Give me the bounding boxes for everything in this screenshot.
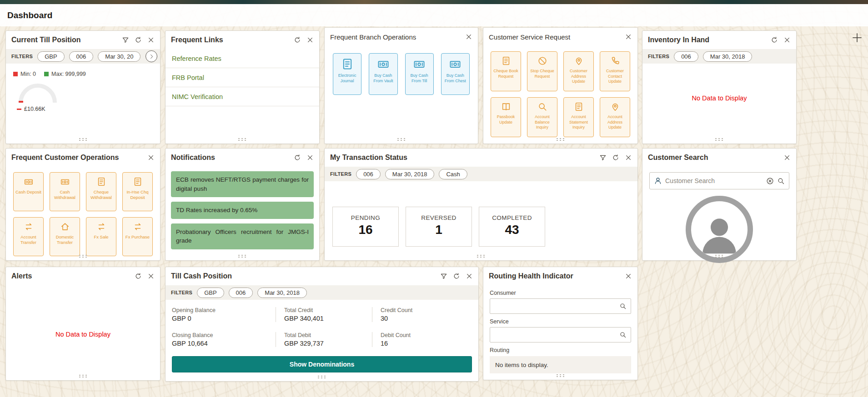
close-icon[interactable] — [625, 273, 632, 280]
max-color-swatch — [44, 72, 49, 76]
status-box-pending[interactable]: PENDING 16 — [332, 207, 399, 247]
gauge-min-tick — [19, 101, 23, 103]
search-icon[interactable] — [619, 303, 627, 310]
close-icon[interactable] — [466, 273, 473, 280]
tile-fx-purchase[interactable]: Fx Purchase — [122, 217, 153, 256]
drag-handle[interactable] — [78, 254, 88, 258]
metric-value: 30 — [381, 315, 472, 322]
drag-handle[interactable] — [237, 254, 247, 258]
status-label: PENDING — [333, 214, 398, 221]
notification-item[interactable]: Probationary Officers recruitment for JM… — [171, 223, 314, 249]
search-icon[interactable] — [777, 177, 785, 185]
tile-cash-withdrawal[interactable]: Cash Withdrawal — [50, 172, 80, 211]
notification-item[interactable]: ECB removes NEFT/RTGS payment charges fo… — [171, 171, 314, 197]
close-icon[interactable] — [147, 36, 155, 44]
filter-chip-currency[interactable]: GBP — [197, 288, 224, 298]
close-icon[interactable] — [147, 273, 155, 280]
link-frb-portal[interactable]: FRB Portal — [166, 68, 319, 87]
close-icon[interactable] — [306, 154, 314, 161]
filter-chip-branch[interactable]: 006 — [69, 51, 94, 62]
drag-handle[interactable] — [714, 138, 724, 141]
close-icon[interactable] — [465, 33, 472, 40]
drag-handle[interactable] — [396, 138, 406, 141]
filter-icon[interactable] — [122, 36, 129, 44]
customer-search-input[interactable] — [665, 177, 763, 184]
consumer-search-input[interactable] — [494, 303, 619, 310]
refresh-icon[interactable] — [135, 273, 142, 280]
add-widget-button[interactable] — [851, 32, 863, 44]
service-search-input[interactable] — [494, 331, 619, 338]
close-icon[interactable] — [783, 36, 791, 44]
filter-icon[interactable] — [440, 273, 447, 280]
notification-item[interactable]: TD Rates increased by 0.65% — [171, 202, 314, 219]
refresh-icon[interactable] — [294, 154, 301, 161]
filters-bar: FILTERS 006 Mar 30, 2018 Cash — [325, 167, 637, 181]
tile-fx-sale[interactable]: Fx Sale — [86, 217, 116, 256]
close-icon[interactable] — [147, 154, 155, 161]
close-icon[interactable] — [306, 36, 314, 44]
tile-cheque-book-request[interactable]: Cheque Book Request — [491, 51, 521, 91]
show-denominations-button[interactable]: Show Denominations — [172, 356, 472, 372]
drag-handle[interactable] — [556, 374, 566, 377]
filter-chip-currency[interactable]: GBP — [37, 51, 64, 62]
tile-account-address-update[interactable]: Account Address Update — [600, 97, 630, 137]
tile-account-statement-inquiry[interactable]: Account Statement Inquiry — [563, 97, 594, 137]
refresh-icon[interactable] — [771, 36, 778, 44]
filters-bar: FILTERS GBP 006 Mar 30, 20 — [6, 49, 160, 64]
tile-passbook-update[interactable]: Passbook Update — [491, 97, 521, 137]
tile-in-hse-chq-deposit[interactable]: In-Hse Chq Deposit — [122, 172, 153, 211]
card-my-transaction-status: My Transaction Status FILTERS 006 Mar 30… — [324, 148, 638, 261]
tile-electronic-journal[interactable]: Electronic Journal — [333, 53, 361, 95]
status-box-reversed[interactable]: REVERSED 1 — [406, 207, 472, 247]
drag-handle[interactable] — [714, 254, 724, 258]
drag-handle[interactable] — [78, 138, 88, 141]
chevron-right-icon[interactable] — [146, 50, 157, 62]
filter-chip-branch[interactable]: 006 — [356, 169, 381, 179]
tile-buy-cash-from-vault[interactable]: Buy Cash From Vault — [369, 53, 397, 95]
tile-buy-cash-from-chest[interactable]: Buy Cash From Chest — [441, 53, 470, 95]
refresh-icon[interactable] — [453, 273, 460, 280]
clear-icon[interactable] — [766, 177, 774, 185]
drag-handle[interactable] — [317, 375, 327, 379]
cash-deposit-icon — [24, 177, 34, 187]
metric-value: 16 — [381, 340, 472, 347]
filter-chip-branch[interactable]: 006 — [674, 51, 698, 62]
filter-chip-date[interactable]: Mar 30, 20 — [98, 51, 140, 62]
tile-account-transfer[interactable]: Account Transfer — [13, 217, 44, 256]
filter-chip-branch[interactable]: 006 — [229, 288, 253, 298]
tile-label: Buy Cash From Vault — [371, 73, 396, 84]
filter-icon[interactable] — [599, 154, 607, 161]
status-box-completed[interactable]: COMPLETED 43 — [479, 207, 545, 247]
status-count: 1 — [406, 223, 472, 237]
tile-cash-deposit[interactable]: Cash Deposit — [13, 172, 44, 211]
drag-handle[interactable] — [476, 254, 486, 258]
card-frequent-branch-operations: Frequent Branch Operations Electronic Jo… — [324, 27, 478, 144]
refresh-icon[interactable] — [294, 36, 301, 44]
filter-chip-type[interactable]: Cash — [439, 169, 467, 179]
filter-chip-date[interactable]: Mar 30, 2018 — [703, 51, 753, 62]
filter-chip-date[interactable]: Mar 30, 2018 — [385, 169, 435, 179]
close-icon[interactable] — [625, 33, 632, 40]
tile-customer-contact-update[interactable]: Customer Contact Update — [600, 51, 630, 91]
link-nimc-verification[interactable]: NIMC Verification — [166, 87, 319, 106]
close-icon[interactable] — [783, 154, 791, 161]
address-pin-icon — [574, 56, 584, 66]
link-reference-rates[interactable]: Reference Rates — [166, 49, 319, 68]
drag-handle[interactable] — [556, 138, 566, 141]
tile-domestic-transfer[interactable]: Domestic Transfer — [50, 217, 80, 256]
tile-buy-cash-from-till[interactable]: Buy Cash From Till — [405, 53, 434, 95]
close-icon[interactable] — [625, 154, 632, 161]
drag-handle[interactable] — [237, 138, 247, 141]
tile-account-balance-inquiry[interactable]: Account Balance Inquiry — [527, 97, 557, 137]
tile-cheque-withdrawal[interactable]: Cheque Withdrawal — [86, 172, 116, 211]
drag-handle[interactable] — [78, 374, 88, 378]
till-position-gauge — [19, 84, 57, 103]
statement-icon — [574, 102, 584, 112]
search-icon[interactable] — [619, 331, 627, 338]
tile-stop-cheque-request[interactable]: Stop Cheque Request — [527, 51, 557, 91]
filter-chip-date[interactable]: Mar 30, 2018 — [257, 288, 307, 298]
refresh-icon[interactable] — [612, 154, 619, 161]
legend-max-label: Max: 999,999 — [51, 71, 86, 77]
tile-customer-address-update[interactable]: Customer Address Update — [563, 51, 594, 91]
refresh-icon[interactable] — [135, 36, 142, 44]
